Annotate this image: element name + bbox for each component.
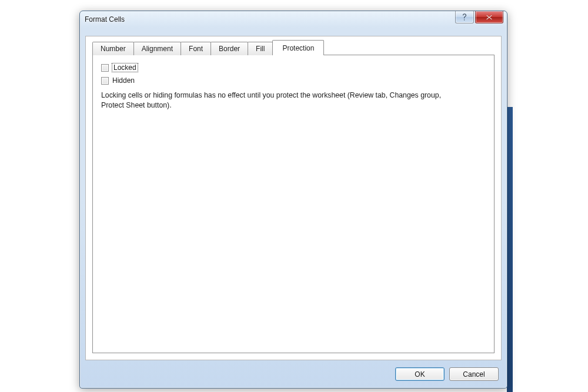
- desktop-background-sliver: [507, 107, 513, 392]
- help-icon: [462, 13, 467, 21]
- tab-protection-label: Protection: [282, 44, 314, 52]
- cancel-button[interactable]: Cancel: [449, 367, 499, 381]
- close-button[interactable]: [475, 11, 503, 24]
- tab-fill[interactable]: Fill: [248, 42, 273, 55]
- title-bar: Format Cells: [80, 11, 507, 28]
- help-button[interactable]: [455, 11, 474, 24]
- tab-strip: Number Alignment Font Border Fill Protec…: [92, 42, 495, 55]
- tab-alignment[interactable]: Alignment: [133, 42, 181, 55]
- locked-checkbox-row: Locked: [101, 62, 486, 73]
- protection-help-text: Locking cells or hiding formulas has no …: [101, 91, 460, 110]
- protection-tab-panel: Locked Hidden Locking cells or hiding fo…: [92, 55, 495, 353]
- close-icon: [486, 14, 493, 21]
- tab-border[interactable]: Border: [211, 42, 248, 55]
- window-title: Format Cells: [85, 15, 125, 24]
- tab-font[interactable]: Font: [181, 42, 211, 55]
- tab-number-label: Number: [101, 45, 126, 53]
- dialog-button-row: OK Cancel: [395, 367, 499, 381]
- tab-font-label: Font: [189, 45, 203, 53]
- format-cells-dialog: Format Cells Number Alignment: [79, 11, 507, 388]
- tab-protection[interactable]: Protection: [272, 40, 324, 55]
- locked-checkbox[interactable]: [101, 64, 109, 72]
- tab-fill-label: Fill: [256, 45, 265, 53]
- tab-number[interactable]: Number: [92, 42, 134, 55]
- hidden-checkbox[interactable]: [101, 77, 109, 85]
- ok-button[interactable]: OK: [395, 367, 445, 381]
- dialog-client-area: Number Alignment Font Border Fill Protec…: [85, 36, 502, 360]
- tab-alignment-label: Alignment: [142, 45, 173, 53]
- hidden-checkbox-label[interactable]: Hidden: [112, 76, 135, 85]
- hidden-checkbox-row: Hidden: [101, 75, 486, 86]
- locked-checkbox-label[interactable]: Locked: [112, 63, 138, 72]
- tab-border-label: Border: [219, 45, 240, 53]
